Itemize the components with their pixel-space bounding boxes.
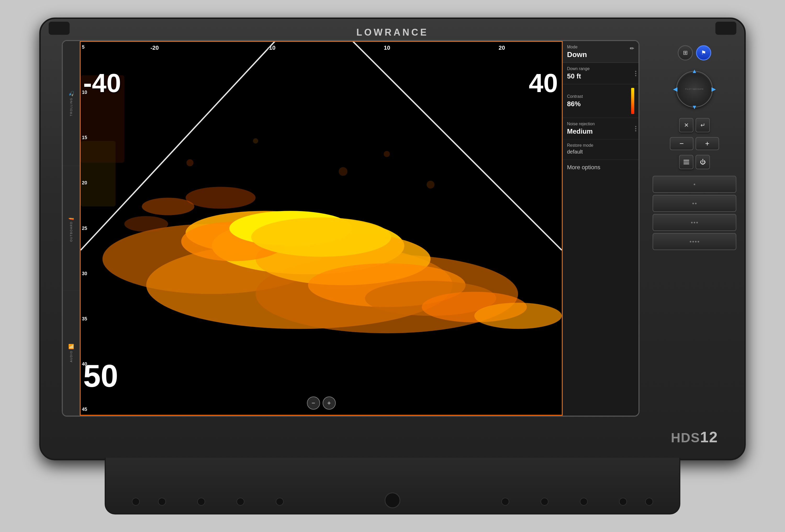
minus-button[interactable]: −	[670, 137, 693, 150]
top-right-bracket	[715, 22, 736, 35]
side-btn-2[interactable]	[653, 195, 736, 212]
model-num: 12	[700, 428, 718, 446]
sidebar-label-audio: AUDIO	[70, 350, 73, 362]
nav-right-arrow: ▶	[711, 86, 716, 92]
svg-point-20	[253, 138, 258, 143]
btn-dots-3	[691, 222, 698, 223]
sidebar-item-outboard[interactable]: 🚤 OUTBOARD	[63, 166, 79, 291]
zoom-out-button[interactable]: −	[307, 397, 320, 409]
zoom-in-icon: +	[327, 399, 331, 407]
enter-icon: ↵	[701, 122, 705, 129]
horizontal-scale: -20 -10 10 20	[96, 45, 559, 51]
mode-text: Mode Down	[567, 45, 587, 59]
noise-rejection-section[interactable]: Noise rejection Medium	[563, 118, 638, 139]
mount-hole-9	[619, 498, 627, 506]
depth-scale-left: 5 10 15 20 25 30 35 40 45	[81, 42, 95, 415]
screen-bezel: 🎣 TROLLING 🚤 OUTBOARD 📶 AUDIO	[62, 40, 639, 417]
depth-40: 40	[82, 362, 94, 367]
menu-icon	[683, 160, 689, 164]
restore-mode-label: Restore mode	[567, 143, 634, 148]
svg-point-16	[142, 198, 195, 215]
depth-25: 25	[82, 226, 94, 231]
nav-left-arrow: ◀	[673, 86, 678, 92]
depth-20: 20	[82, 180, 94, 186]
right-panel: Mode Down ✏ Down range 50 ft	[563, 41, 638, 416]
side-function-buttons	[653, 176, 736, 250]
depth-15: 15	[82, 135, 94, 140]
nav-down-arrow: ▼	[691, 104, 697, 111]
hds-text: HDS	[671, 430, 700, 445]
down-range-section[interactable]: Down range 50 ft	[563, 63, 638, 84]
mount-hole-1	[132, 498, 140, 506]
mount-hole-4	[236, 498, 245, 506]
device-body: LOWRANCE 🎣 TROLLING 🚤 OUTBOARD 📶	[39, 18, 746, 460]
contrast-section[interactable]: Contrast 86%	[563, 84, 638, 118]
svg-point-17	[185, 187, 255, 209]
nav-up-arrow: ▲	[691, 68, 697, 75]
brand-label: LOWRANCE	[356, 27, 429, 38]
noise-rejection-label: Noise rejection	[567, 122, 634, 126]
depth-30: 30	[82, 271, 94, 276]
zoom-in-button[interactable]: +	[323, 397, 336, 409]
restore-mode-section[interactable]: Restore mode default	[563, 139, 638, 160]
action-buttons-row: ✕ ↵	[653, 118, 736, 132]
hds-label: HDS12	[671, 428, 718, 446]
scale-neg10: -10	[267, 45, 276, 51]
svg-point-15	[474, 302, 562, 329]
left-sidebar: 🎣 TROLLING 🚤 OUTBOARD 📶 AUDIO	[63, 41, 80, 416]
depth-45: 45	[82, 407, 94, 412]
sonar-display: -40 40 50 -20 -10 10 20 5 10 15	[80, 41, 563, 416]
btn-dots-2	[692, 203, 697, 204]
zoom-out-icon: −	[311, 399, 315, 407]
more-options-section[interactable]: More options	[563, 160, 638, 176]
center-mount-hole	[385, 493, 400, 508]
side-btn-1[interactable]	[653, 176, 736, 193]
mode-section[interactable]: Mode Down ✏	[563, 41, 638, 63]
sidebar-item-trolling[interactable]: 🎣 TROLLING	[63, 41, 79, 166]
side-btn-3[interactable]	[653, 214, 736, 231]
navigation-cluster: PILOT·NAVIGATE ▲ ▼ ◀ ▶	[671, 65, 718, 113]
mount-hole-7	[540, 498, 549, 506]
down-range-label: Down range	[567, 66, 634, 71]
noise-rejection-value: Medium	[567, 127, 634, 135]
depth-5: 5	[82, 45, 94, 50]
pages-button[interactable]: ⊞	[678, 45, 693, 60]
right-controls-area: ⊞ ⚑ PILOT·NAVIGATE ▲ ▼ ◀	[650, 40, 739, 417]
more-options-label: More options	[567, 164, 634, 171]
top-left-bracket	[49, 22, 70, 35]
svg-point-21	[338, 167, 347, 176]
sonar-visualization	[81, 42, 562, 415]
flag-icon: ⚑	[701, 49, 706, 56]
edit-icon[interactable]: ✏	[630, 45, 634, 52]
power-icon: ⏻	[700, 159, 706, 165]
contrast-label: Contrast	[567, 94, 583, 99]
nav-ring-label: PILOT·NAVIGATE	[685, 88, 704, 90]
svg-point-19	[186, 159, 194, 166]
audio-icon: 📶	[68, 344, 74, 349]
plus-button[interactable]: +	[695, 137, 719, 150]
device-wrapper: LOWRANCE 🎣 TROLLING 🚤 OUTBOARD 📶	[26, 18, 759, 514]
device-mount	[105, 458, 680, 514]
svg-point-11	[251, 217, 391, 257]
x-button[interactable]: ✕	[679, 118, 693, 132]
plus-minus-row: − +	[653, 137, 736, 150]
mount-hole-3	[197, 498, 205, 506]
pages-icon: ⊞	[683, 49, 688, 56]
mode-value: Down	[567, 51, 587, 59]
x-icon: ✕	[684, 122, 689, 129]
side-btn-4[interactable]	[653, 233, 736, 250]
screen-content: 🎣 TROLLING 🚤 OUTBOARD 📶 AUDIO	[63, 41, 638, 416]
scale-20: 20	[499, 45, 505, 51]
flag-button[interactable]: ⚑	[696, 45, 711, 60]
mount-hole-2	[158, 498, 166, 506]
enter-button[interactable]: ↵	[695, 118, 710, 132]
mount-hole-6	[501, 498, 509, 506]
btn-dots-4	[690, 241, 699, 242]
power-button[interactable]: ⏻	[695, 155, 710, 169]
scale-10: 10	[384, 45, 390, 51]
sidebar-item-audio[interactable]: 📶 AUDIO	[63, 291, 79, 416]
sidebar-label-trolling: TROLLING	[70, 98, 73, 116]
menu-button[interactable]	[679, 155, 693, 169]
btn-dots-1	[694, 184, 695, 185]
contrast-value: 86%	[567, 100, 583, 108]
